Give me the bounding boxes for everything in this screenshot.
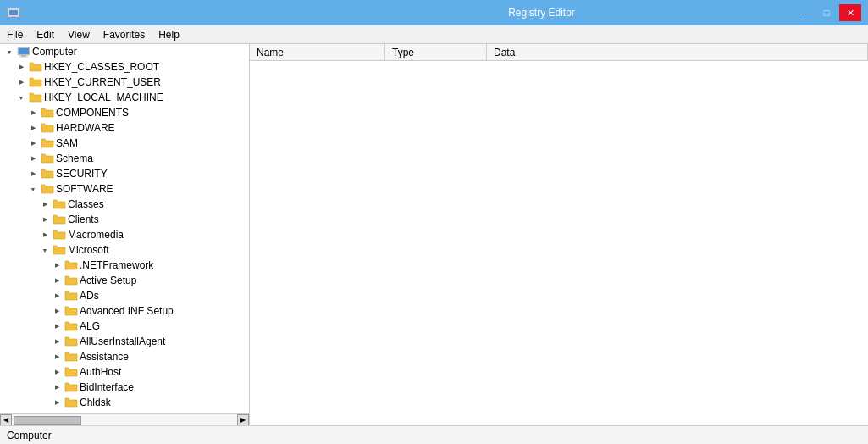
- expand-assistance[interactable]: [51, 351, 63, 363]
- folder-icon-netframework: [64, 259, 78, 271]
- col-type: Type: [385, 44, 487, 60]
- expand-advancedinfsetup[interactable]: [51, 305, 63, 317]
- expand-alluserinstallagent[interactable]: [51, 336, 63, 347]
- expand-hkcr[interactable]: [15, 61, 27, 73]
- window-controls[interactable]: – □ ✕: [792, 4, 861, 21]
- expand-bidinterface[interactable]: [51, 381, 63, 393]
- minimize-button[interactable]: –: [792, 4, 814, 21]
- tree-label-activesetup: Active Setup: [80, 275, 136, 286]
- folder-icon-alluserinstallagent: [64, 336, 78, 347]
- tree-scroll[interactable]: Computer HKEY_CLASSES_ROOT HKEY_CURRENT_…: [0, 44, 249, 413]
- tree-item-bidinterface[interactable]: BidInterface: [0, 380, 249, 395]
- expand-activesetup[interactable]: [51, 275, 63, 286]
- expand-security[interactable]: [27, 168, 39, 180]
- tree-label-computer: Computer: [32, 46, 77, 58]
- status-text: Computer: [7, 430, 52, 441]
- expand-classes[interactable]: [39, 198, 51, 210]
- expand-ads[interactable]: [51, 290, 63, 302]
- tree-item-assistance[interactable]: Assistance: [0, 349, 249, 364]
- tree-item-macromedia[interactable]: Macromedia: [0, 227, 249, 242]
- expand-schema[interactable]: [27, 153, 39, 164]
- tree-item-hklm[interactable]: HKEY_LOCAL_MACHINE: [0, 90, 249, 105]
- expand-microsoft[interactable]: [39, 244, 51, 256]
- expand-hklm[interactable]: [15, 92, 27, 103]
- tree-item-computer[interactable]: Computer: [0, 44, 249, 59]
- svg-rect-6: [19, 57, 28, 58]
- expand-authhost[interactable]: [51, 366, 63, 378]
- expand-sam[interactable]: [27, 137, 39, 149]
- tree-item-chldsk[interactable]: Chldsk: [0, 395, 249, 410]
- menu-help[interactable]: Help: [152, 25, 186, 43]
- tree-item-authhost[interactable]: AuthHost: [0, 364, 249, 380]
- menu-file[interactable]: File: [0, 25, 30, 43]
- expand-hkcu[interactable]: [15, 76, 27, 88]
- tree-label-hklm: HKEY_LOCAL_MACHINE: [44, 92, 163, 103]
- tree-item-classes[interactable]: Classes: [0, 197, 249, 212]
- tree-item-clients[interactable]: Clients: [0, 212, 249, 227]
- expand-computer[interactable]: [3, 46, 15, 58]
- restore-button[interactable]: □: [815, 4, 838, 21]
- tree-item-alluserinstallagent[interactable]: AllUserInstallAgent: [0, 334, 249, 349]
- menu-view[interactable]: View: [61, 25, 97, 43]
- tree-label-advancedinfsetup: Advanced INF Setup: [80, 305, 174, 317]
- folder-icon-bidinterface: [64, 381, 78, 393]
- folder-icon-hkcr: [29, 61, 42, 73]
- scroll-track[interactable]: [12, 415, 237, 425]
- tree-item-security[interactable]: SECURITY: [0, 166, 249, 181]
- horizontal-scrollbar[interactable]: ◀ ▶: [0, 413, 249, 425]
- folder-icon-alg: [64, 320, 78, 332]
- folder-icon-activesetup: [64, 275, 78, 286]
- tree-item-microsoft[interactable]: Microsoft: [0, 242, 249, 258]
- tree-item-alg[interactable]: ALG: [0, 319, 249, 334]
- tree-label-hkcu: HKEY_CURRENT_USER: [44, 76, 161, 88]
- tree-label-components: COMPONENTS: [56, 107, 129, 119]
- folder-icon-ads: [64, 290, 78, 302]
- tree-item-netframework[interactable]: .NETFramework: [0, 258, 249, 273]
- tree-label-macromedia: Macromedia: [68, 229, 124, 241]
- tree-label-clients: Clients: [68, 214, 99, 225]
- expand-macromedia[interactable]: [39, 229, 51, 241]
- expand-hardware[interactable]: [27, 122, 39, 134]
- folder-icon-sam: [41, 137, 54, 149]
- tree-label-software: SOFTWARE: [56, 183, 113, 195]
- scroll-right-arrow[interactable]: ▶: [237, 414, 249, 426]
- folder-icon-software: [41, 183, 54, 195]
- folder-icon-hklm: [29, 92, 42, 103]
- close-button[interactable]: ✕: [839, 4, 861, 21]
- menu-edit[interactable]: Edit: [30, 25, 61, 43]
- tree-item-components[interactable]: COMPONENTS: [0, 105, 249, 120]
- tree-label-bidinterface: BidInterface: [80, 381, 134, 393]
- expand-clients[interactable]: [39, 214, 51, 225]
- tree-item-hkcu[interactable]: HKEY_CURRENT_USER: [0, 75, 249, 90]
- expand-alg[interactable]: [51, 320, 63, 332]
- svg-rect-5: [21, 55, 26, 57]
- tree-item-advancedinfsetup[interactable]: Advanced INF Setup: [0, 303, 249, 319]
- expand-netframework[interactable]: [51, 259, 63, 271]
- tree-item-software[interactable]: SOFTWARE: [0, 181, 249, 197]
- folder-icon-advancedinfsetup: [64, 305, 78, 317]
- tree-label-microsoft: Microsoft: [68, 244, 109, 256]
- tree-label-authhost: AuthHost: [80, 366, 121, 378]
- expand-chldsk[interactable]: [51, 397, 63, 408]
- tree-item-hkcr[interactable]: HKEY_CLASSES_ROOT: [0, 59, 249, 75]
- tree-item-sam[interactable]: SAM: [0, 136, 249, 151]
- folder-icon-classes: [53, 198, 66, 210]
- tree-label-chldsk: Chldsk: [80, 397, 111, 408]
- expand-components[interactable]: [27, 107, 39, 119]
- tree-item-schema[interactable]: Schema: [0, 151, 249, 166]
- tree-label-assistance: Assistance: [80, 351, 129, 363]
- data-header: Name Type Data: [250, 44, 868, 61]
- tree-label-sam: SAM: [56, 137, 78, 149]
- tree-item-activesetup[interactable]: Active Setup: [0, 273, 249, 288]
- tree-item-hardware[interactable]: HARDWARE: [0, 120, 249, 136]
- col-name: Name: [250, 44, 385, 60]
- scroll-left-arrow[interactable]: ◀: [0, 414, 12, 426]
- scroll-thumb[interactable]: [14, 416, 81, 425]
- menu-favorites[interactable]: Favorites: [97, 25, 152, 43]
- folder-icon-microsoft: [53, 244, 66, 256]
- tree-label-alluserinstallagent: AllUserInstallAgent: [80, 336, 165, 347]
- tree-item-ads[interactable]: ADs: [0, 288, 249, 303]
- expand-software[interactable]: [27, 183, 39, 195]
- folder-icon-hardware: [41, 122, 54, 134]
- title-bar: Registry Editor – □ ✕: [0, 0, 868, 25]
